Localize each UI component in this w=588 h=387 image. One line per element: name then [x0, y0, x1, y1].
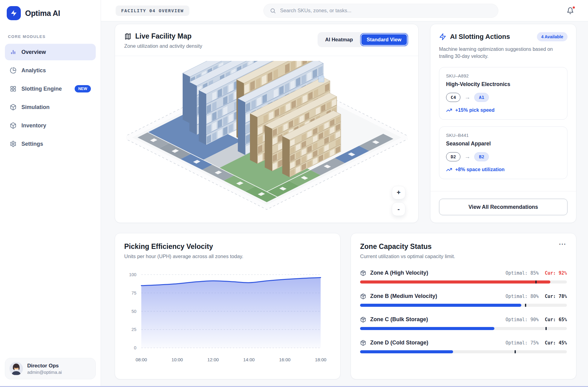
zone-row: Zone D (Cold Storage) Optimal: 75% Cur: …: [360, 340, 567, 353]
kebab-menu-icon[interactable]: ⋯: [557, 240, 568, 248]
svg-text:08:00: 08:00: [136, 357, 147, 362]
zone-name: Zone D (Cold Storage): [360, 340, 428, 346]
divider: [430, 191, 576, 191]
notification-button[interactable]: [565, 5, 576, 16]
sidebar-item-overview[interactable]: Overview: [5, 44, 96, 60]
sidebar-item-simulation[interactable]: Simulation: [5, 99, 96, 115]
current-label: Cur: 92%: [545, 270, 567, 276]
row-top: Live Facility Map Zone utilization and a…: [115, 24, 576, 223]
user-card[interactable]: Director Ops admin@optima.ai: [5, 358, 96, 379]
map-card-titles: Live Facility Map Zone utilization and a…: [124, 32, 202, 49]
view-all-recommendations-button[interactable]: View All Recommendations: [439, 199, 568, 215]
sidebar-item-label: Slotting Engine: [21, 86, 62, 92]
gear-icon: [10, 141, 17, 147]
zone-name-label: Zone B (Medium Velocity): [370, 293, 437, 299]
available-badge: 4 Available: [537, 32, 568, 41]
zone-name-label: Zone D (Cold Storage): [370, 340, 428, 346]
search-bar[interactable]: [263, 4, 498, 18]
standard-view-button[interactable]: Standard View: [361, 34, 408, 46]
optimal-marker: [545, 327, 547, 330]
zone-row: Zone A (High Velocity) Optimal: 85% Cur:…: [360, 270, 567, 284]
sidebar: Optima AI CORE MODULES Overview Analytic…: [0, 0, 101, 386]
pie-chart-icon: [10, 67, 17, 74]
brand-logo: [7, 6, 21, 20]
sidebar-item-label: Simulation: [21, 104, 50, 111]
user-name: Director Ops: [27, 363, 62, 369]
zone-capacity-bar: [360, 327, 567, 330]
arrow-right-icon: →: [464, 94, 470, 101]
lightning-bolt-icon: [10, 9, 17, 17]
svg-text:50: 50: [132, 309, 136, 314]
sidebar-item-slotting-engine[interactable]: Slotting Engine NEW: [5, 81, 96, 97]
map-card-title: Live Facility Map: [135, 32, 192, 40]
zone-capacity-bar: [360, 350, 567, 353]
svg-text:16:00: 16:00: [279, 357, 290, 362]
slotting-header: AI Slotting Actions 4 Available: [439, 32, 568, 41]
facility-map-viewport[interactable]: + -: [115, 56, 418, 223]
slotting-suggestion-card[interactable]: SKU–B441 Seasonal Apparel D2 → B2 +8% sp…: [439, 126, 568, 179]
zone-card-subtitle: Current utilization vs optimal capacity …: [360, 254, 567, 259]
from-slot-chip: D2: [446, 152, 460, 161]
suggestion-sku: SKU–A892: [446, 73, 560, 78]
slotting-footer: View All Recommendations: [439, 190, 568, 215]
zone-row: Zone B (Medium Velocity) Optimal: 80% Cu…: [360, 293, 567, 307]
picking-efficiency-card: Picking Efficiency Velocity Units per ho…: [115, 233, 341, 379]
optimal-marker: [515, 350, 516, 353]
trend-up-icon: [446, 107, 452, 113]
zone-capacity-card: Zone Capacity Status Current utilization…: [351, 233, 576, 379]
svg-text:18:00: 18:00: [315, 357, 326, 362]
suggestion-name: High-Velocity Electronics: [446, 81, 560, 88]
optimal-label: Optimal: 85%: [505, 270, 538, 276]
search-icon: [270, 8, 276, 14]
sidebar-item-inventory[interactable]: Inventory: [5, 117, 96, 134]
facility-map-illustration: [126, 61, 408, 218]
slotting-description: Machine learning optimization suggestion…: [439, 46, 568, 60]
suggestion-sku: SKU–B441: [446, 133, 560, 138]
nav-section-label: CORE MODULES: [8, 34, 93, 39]
sidebar-item-label: Analytics: [21, 67, 46, 74]
zone-capacity-bar: [360, 280, 567, 284]
optimal-label: Optimal: 75%: [505, 340, 538, 346]
svg-text:10:00: 10:00: [171, 357, 183, 362]
package-icon: [360, 293, 366, 299]
zone-bar-fill: [360, 304, 521, 307]
map-icon: [124, 33, 132, 40]
package-icon: [360, 340, 366, 346]
live-facility-map-card: Live Facility Map Zone utilization and a…: [115, 24, 419, 223]
cube-icon: [10, 104, 17, 111]
lightning-bolt-icon: [439, 33, 446, 40]
svg-text:12:00: 12:00: [207, 357, 219, 362]
brand: Optima AI: [5, 4, 96, 26]
from-slot-chip: C4: [446, 93, 460, 102]
bar-chart-icon: [10, 49, 17, 55]
package-icon: [360, 317, 366, 323]
map-zoom-out-button[interactable]: -: [392, 202, 405, 216]
sidebar-item-settings[interactable]: Settings: [5, 136, 96, 152]
to-slot-chip: A1: [474, 93, 489, 102]
zone-rows: Zone A (High Velocity) Optimal: 85% Cur:…: [360, 270, 567, 353]
uph-area-chart: 025507510008:0010:0012:0014:0016:0018:00: [124, 264, 331, 372]
breadcrumb: FACILITY 04 OVERVIEW: [116, 6, 189, 16]
notification-dot: [572, 6, 575, 9]
map-zoom-in-button[interactable]: +: [392, 186, 405, 199]
zone-capacity-bar: [360, 304, 567, 307]
ai-heatmap-button[interactable]: AI Heatmap: [319, 34, 359, 46]
svg-text:75: 75: [132, 291, 136, 295]
suggestion-route: C4 → A1: [446, 93, 560, 102]
app-root: Optima AI CORE MODULES Overview Analytic…: [0, 0, 588, 387]
current-label: Cur: 78%: [545, 294, 567, 299]
row-bottom: Picking Efficiency Velocity Units per ho…: [115, 233, 576, 379]
search-input[interactable]: [280, 7, 492, 14]
brand-name: Optima AI: [25, 9, 60, 18]
svg-text:25: 25: [132, 327, 136, 332]
current-label: Cur: 65%: [545, 317, 567, 322]
map-card-subtitle: Zone utilization and activity density: [124, 43, 202, 49]
slotting-suggestion-card[interactable]: SKU–A892 High-Velocity Electronics C4 → …: [439, 67, 568, 120]
suggestion-name: Seasonal Apparel: [446, 141, 560, 147]
zone-name-label: Zone A (High Velocity): [370, 270, 428, 276]
sidebar-item-analytics[interactable]: Analytics: [5, 62, 96, 79]
optimal-label: Optimal: 90%: [505, 317, 538, 322]
svg-text:0: 0: [134, 345, 136, 350]
sidebar-item-label: Overview: [21, 49, 46, 55]
sidebar-nav: Overview Analytics Slotting Engine NEW: [5, 44, 96, 152]
